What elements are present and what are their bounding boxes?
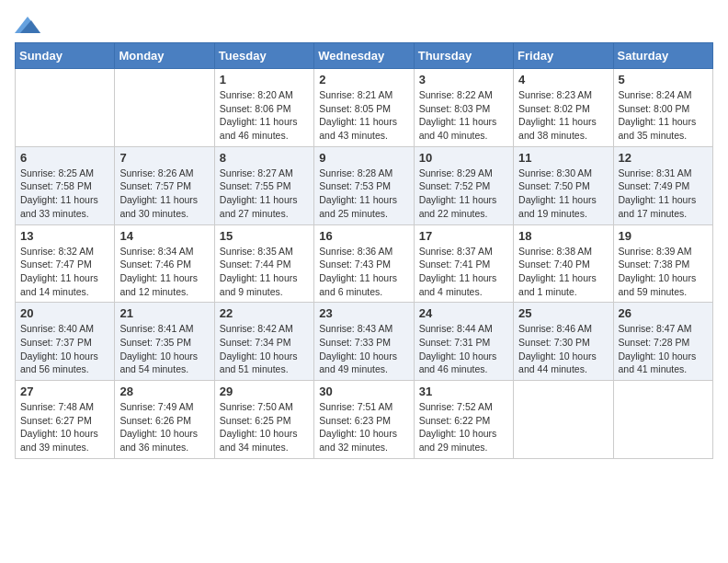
day-header-wednesday: Wednesday bbox=[314, 43, 414, 69]
week-row-4: 20Sunrise: 8:40 AMSunset: 7:37 PMDayligh… bbox=[16, 303, 713, 381]
calendar-cell: 30Sunrise: 7:51 AMSunset: 6:23 PMDayligh… bbox=[314, 381, 414, 459]
day-number: 21 bbox=[119, 306, 209, 320]
day-number: 3 bbox=[419, 73, 508, 86]
day-info: Sunrise: 7:48 AMSunset: 6:27 PMDaylight:… bbox=[20, 400, 109, 454]
day-number: 27 bbox=[20, 385, 109, 398]
day-info: Sunrise: 8:25 AMSunset: 7:58 PMDaylight:… bbox=[20, 167, 109, 221]
day-number: 2 bbox=[319, 73, 408, 86]
calendar-cell: 29Sunrise: 7:50 AMSunset: 6:25 PMDayligh… bbox=[214, 381, 313, 459]
day-number: 7 bbox=[119, 151, 209, 165]
day-number: 5 bbox=[619, 73, 708, 86]
calendar-cell: 1Sunrise: 8:20 AMSunset: 8:06 PMDaylight… bbox=[214, 69, 313, 147]
calendar-cell: 31Sunrise: 7:52 AMSunset: 6:22 PMDayligh… bbox=[414, 381, 513, 459]
day-number: 9 bbox=[319, 151, 408, 165]
day-header-sunday: Sunday bbox=[16, 43, 115, 69]
calendar-cell: 13Sunrise: 8:32 AMSunset: 7:47 PMDayligh… bbox=[16, 224, 115, 303]
day-info: Sunrise: 8:34 AMSunset: 7:46 PMDaylight:… bbox=[119, 245, 209, 299]
day-info: Sunrise: 8:35 AMSunset: 7:44 PMDaylight:… bbox=[220, 245, 309, 299]
day-info: Sunrise: 8:43 AMSunset: 7:33 PMDaylight:… bbox=[319, 322, 408, 376]
day-number: 11 bbox=[518, 151, 608, 165]
day-info: Sunrise: 8:36 AMSunset: 7:43 PMDaylight:… bbox=[319, 245, 408, 299]
calendar-cell: 20Sunrise: 8:40 AMSunset: 7:37 PMDayligh… bbox=[16, 303, 115, 381]
calendar-cell: 6Sunrise: 8:25 AMSunset: 7:58 PMDaylight… bbox=[16, 146, 115, 224]
week-row-1: 1Sunrise: 8:20 AMSunset: 8:06 PMDaylight… bbox=[16, 69, 713, 147]
day-header-monday: Monday bbox=[115, 43, 214, 69]
day-header-saturday: Saturday bbox=[613, 43, 712, 69]
day-info: Sunrise: 8:40 AMSunset: 7:37 PMDaylight:… bbox=[20, 322, 109, 376]
day-info: Sunrise: 8:39 AMSunset: 7:38 PMDaylight:… bbox=[619, 245, 708, 299]
day-info: Sunrise: 8:38 AMSunset: 7:40 PMDaylight:… bbox=[518, 245, 608, 299]
day-info: Sunrise: 8:42 AMSunset: 7:34 PMDaylight:… bbox=[220, 322, 309, 376]
calendar-cell: 10Sunrise: 8:29 AMSunset: 7:52 PMDayligh… bbox=[414, 146, 513, 224]
day-number: 17 bbox=[419, 229, 508, 243]
day-info: Sunrise: 7:52 AMSunset: 6:22 PMDaylight:… bbox=[419, 400, 508, 454]
day-number: 18 bbox=[518, 229, 608, 243]
day-info: Sunrise: 8:32 AMSunset: 7:47 PMDaylight:… bbox=[20, 245, 109, 299]
day-number: 25 bbox=[518, 306, 608, 320]
day-header-friday: Friday bbox=[514, 43, 613, 69]
day-number: 1 bbox=[220, 73, 309, 86]
day-info: Sunrise: 8:31 AMSunset: 7:49 PMDaylight:… bbox=[619, 167, 708, 221]
calendar-cell: 24Sunrise: 8:44 AMSunset: 7:31 PMDayligh… bbox=[414, 303, 513, 381]
day-number: 10 bbox=[419, 151, 508, 165]
day-number: 4 bbox=[518, 73, 608, 86]
calendar-cell: 21Sunrise: 8:41 AMSunset: 7:35 PMDayligh… bbox=[115, 303, 214, 381]
day-info: Sunrise: 7:51 AMSunset: 6:23 PMDaylight:… bbox=[319, 400, 408, 454]
calendar-cell: 28Sunrise: 7:49 AMSunset: 6:26 PMDayligh… bbox=[115, 381, 214, 459]
day-number: 22 bbox=[220, 306, 309, 320]
day-header-tuesday: Tuesday bbox=[214, 43, 313, 69]
day-number: 31 bbox=[419, 385, 508, 398]
week-row-5: 27Sunrise: 7:48 AMSunset: 6:27 PMDayligh… bbox=[16, 381, 713, 459]
day-info: Sunrise: 8:37 AMSunset: 7:41 PMDaylight:… bbox=[419, 245, 508, 299]
day-number: 6 bbox=[20, 151, 109, 165]
calendar-cell: 9Sunrise: 8:28 AMSunset: 7:53 PMDaylight… bbox=[314, 146, 414, 224]
header bbox=[15, 15, 713, 35]
day-number: 28 bbox=[119, 385, 209, 398]
day-info: Sunrise: 8:22 AMSunset: 8:03 PMDaylight:… bbox=[419, 88, 508, 143]
day-number: 8 bbox=[220, 151, 309, 165]
day-info: Sunrise: 8:47 AMSunset: 7:28 PMDaylight:… bbox=[619, 322, 708, 376]
calendar-cell: 3Sunrise: 8:22 AMSunset: 8:03 PMDaylight… bbox=[414, 69, 513, 147]
day-info: Sunrise: 8:21 AMSunset: 8:05 PMDaylight:… bbox=[319, 88, 408, 143]
day-info: Sunrise: 7:49 AMSunset: 6:26 PMDaylight:… bbox=[119, 400, 209, 454]
calendar-cell: 22Sunrise: 8:42 AMSunset: 7:34 PMDayligh… bbox=[214, 303, 313, 381]
day-number: 20 bbox=[20, 306, 109, 320]
day-info: Sunrise: 8:44 AMSunset: 7:31 PMDaylight:… bbox=[419, 322, 508, 376]
day-info: Sunrise: 7:50 AMSunset: 6:25 PMDaylight:… bbox=[220, 400, 309, 454]
day-number: 12 bbox=[619, 151, 708, 165]
calendar-cell: 26Sunrise: 8:47 AMSunset: 7:28 PMDayligh… bbox=[613, 303, 712, 381]
calendar-cell: 12Sunrise: 8:31 AMSunset: 7:49 PMDayligh… bbox=[613, 146, 712, 224]
day-header-thursday: Thursday bbox=[414, 43, 513, 69]
calendar-cell: 5Sunrise: 8:24 AMSunset: 8:00 PMDaylight… bbox=[613, 69, 712, 147]
day-info: Sunrise: 8:29 AMSunset: 7:52 PMDaylight:… bbox=[419, 167, 508, 221]
day-info: Sunrise: 8:24 AMSunset: 8:00 PMDaylight:… bbox=[619, 88, 708, 143]
calendar-cell: 18Sunrise: 8:38 AMSunset: 7:40 PMDayligh… bbox=[514, 224, 613, 303]
calendar-cell: 7Sunrise: 8:26 AMSunset: 7:57 PMDaylight… bbox=[115, 146, 214, 224]
week-row-3: 13Sunrise: 8:32 AMSunset: 7:47 PMDayligh… bbox=[16, 224, 713, 303]
week-row-2: 6Sunrise: 8:25 AMSunset: 7:58 PMDaylight… bbox=[16, 146, 713, 224]
calendar-cell: 2Sunrise: 8:21 AMSunset: 8:05 PMDaylight… bbox=[314, 69, 414, 147]
day-number: 15 bbox=[220, 229, 309, 243]
day-number: 29 bbox=[220, 385, 309, 398]
day-info: Sunrise: 8:28 AMSunset: 7:53 PMDaylight:… bbox=[319, 167, 408, 221]
day-number: 19 bbox=[619, 229, 708, 243]
day-number: 26 bbox=[619, 306, 708, 320]
day-info: Sunrise: 8:23 AMSunset: 8:02 PMDaylight:… bbox=[518, 88, 608, 143]
calendar-cell bbox=[514, 381, 613, 459]
calendar-table: SundayMondayTuesdayWednesdayThursdayFrid… bbox=[15, 42, 713, 459]
day-info: Sunrise: 8:30 AMSunset: 7:50 PMDaylight:… bbox=[518, 167, 608, 221]
calendar-cell: 17Sunrise: 8:37 AMSunset: 7:41 PMDayligh… bbox=[414, 224, 513, 303]
day-number: 16 bbox=[319, 229, 408, 243]
day-number: 24 bbox=[419, 306, 508, 320]
calendar-cell: 16Sunrise: 8:36 AMSunset: 7:43 PMDayligh… bbox=[314, 224, 414, 303]
calendar-cell: 4Sunrise: 8:23 AMSunset: 8:02 PMDaylight… bbox=[514, 69, 613, 147]
day-number: 14 bbox=[119, 229, 209, 243]
calendar-cell bbox=[16, 69, 115, 147]
logo bbox=[15, 15, 44, 35]
calendar-cell bbox=[115, 69, 214, 147]
calendar-cell: 15Sunrise: 8:35 AMSunset: 7:44 PMDayligh… bbox=[214, 224, 313, 303]
calendar-cell: 14Sunrise: 8:34 AMSunset: 7:46 PMDayligh… bbox=[115, 224, 214, 303]
calendar-cell: 19Sunrise: 8:39 AMSunset: 7:38 PMDayligh… bbox=[613, 224, 712, 303]
day-info: Sunrise: 8:46 AMSunset: 7:30 PMDaylight:… bbox=[518, 322, 608, 376]
day-info: Sunrise: 8:26 AMSunset: 7:57 PMDaylight:… bbox=[119, 167, 209, 221]
